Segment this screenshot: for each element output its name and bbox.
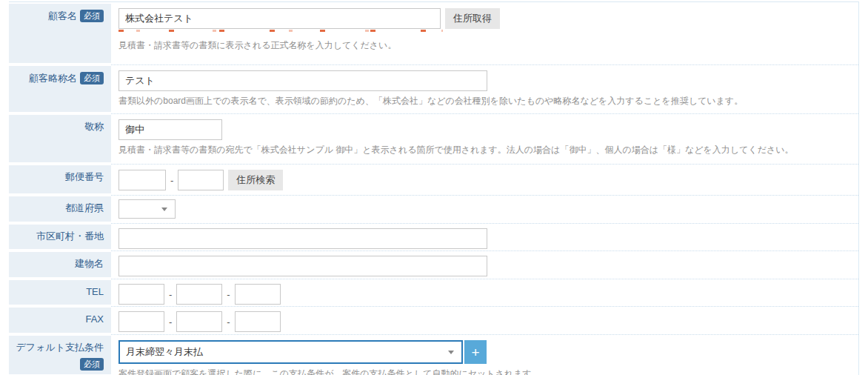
tel-label: TEL xyxy=(86,286,104,297)
honorific-label-cell: 敬称 xyxy=(9,113,111,164)
form-row-tel: TEL - - xyxy=(9,279,858,306)
postal-code-label: 郵便番号 xyxy=(65,171,104,182)
customer-short-name-input[interactable] xyxy=(118,70,487,91)
postal-code-input-1[interactable] xyxy=(118,170,166,190)
form-row-default-payment-terms: デフォルト支払条件 必須 月末締翌々月末払 + 案件登録画面で顧客を選択した際に… xyxy=(9,334,858,375)
required-badge: 必須 xyxy=(80,10,104,22)
fax-separator-2: - xyxy=(227,316,230,328)
chevron-down-icon xyxy=(161,208,167,211)
customer-short-name-label: 顧客略称名 xyxy=(29,73,77,84)
payment-terms-selected-value: 月末締翌々月末払 xyxy=(126,345,203,359)
postal-code-content: - 住所検索 xyxy=(111,164,858,195)
building-name-label: 建物名 xyxy=(75,258,104,269)
customer-name-content: 住所取得 見積書・請求書等の書類に表示される正式名称を入力してください。 xyxy=(111,2,858,64)
prefecture-label-cell: 都道府県 xyxy=(9,195,111,223)
postal-code-label-cell: 郵便番号 xyxy=(9,164,111,195)
city-address-content xyxy=(111,223,858,250)
search-address-button[interactable]: 住所検索 xyxy=(228,170,283,190)
city-address-label-cell: 市区町村・番地 xyxy=(9,223,111,250)
fax-label: FAX xyxy=(85,313,104,325)
customer-short-name-label-cell: 顧客略称名必須 xyxy=(9,64,111,113)
fax-input-1[interactable] xyxy=(118,311,164,332)
honorific-label: 敬称 xyxy=(84,121,104,132)
tel-input-1[interactable] xyxy=(118,284,164,305)
postal-code-separator: - xyxy=(170,175,173,186)
customer-form: 顧客名必須 住所取得 見積書・請求書等の書類に表示される正式名称を入力してくださ… xyxy=(9,1,859,375)
form-row-postal-code: 郵便番号 - 住所検索 xyxy=(9,164,858,195)
payment-terms-help-text: 案件登録画面で顧客を選択した際に、この支払条件が、案件の支払条件として自動的にセ… xyxy=(118,368,858,375)
required-badge: 必須 xyxy=(80,358,104,371)
chevron-down-icon xyxy=(448,351,454,354)
payment-terms-select[interactable]: 月末締翌々月末払 xyxy=(118,340,463,364)
payment-terms-content: 月末締翌々月末払 + 案件登録画面で顧客を選択した際に、この支払条件が、案件の支… xyxy=(111,334,858,375)
fax-label-cell: FAX xyxy=(9,306,111,334)
tel-separator-2: - xyxy=(227,289,230,300)
form-row-fax: FAX - - xyxy=(9,306,858,334)
tel-input-3[interactable] xyxy=(235,284,281,305)
tel-label-cell: TEL xyxy=(9,279,111,306)
add-payment-terms-button[interactable]: + xyxy=(464,340,487,364)
required-badge: 必須 xyxy=(80,72,104,84)
prefecture-content xyxy=(111,195,858,223)
payment-terms-label-cell: デフォルト支払条件 必須 xyxy=(9,334,111,375)
honorific-help-text: 見積書・請求書等の書類の宛先で「株式会社サンプル 御中」と表示される箇所で使用さ… xyxy=(118,144,858,156)
city-address-input[interactable] xyxy=(118,228,487,249)
building-name-content xyxy=(111,250,858,279)
payment-terms-label: デフォルト支払条件 xyxy=(9,342,104,354)
tel-input-2[interactable] xyxy=(176,284,222,305)
building-name-label-cell: 建物名 xyxy=(9,250,111,279)
fetch-address-button[interactable]: 住所取得 xyxy=(445,8,500,29)
form-row-building-name: 建物名 xyxy=(9,250,858,279)
city-address-label: 市区町村・番地 xyxy=(36,230,104,242)
honorific-content: 見積書・請求書等の書類の宛先で「株式会社サンプル 御中」と表示される箇所で使用さ… xyxy=(111,113,858,164)
fax-input-2[interactable] xyxy=(176,311,222,332)
prefecture-label: 都道府県 xyxy=(65,202,104,213)
customer-name-label-cell: 顧客名必須 xyxy=(9,2,111,64)
fax-content: - - xyxy=(111,306,858,334)
form-row-customer-name: 顧客名必須 住所取得 見積書・請求書等の書類に表示される正式名称を入力してくださ… xyxy=(9,2,858,64)
honorific-input[interactable] xyxy=(118,119,222,140)
form-row-prefecture: 都道府県 xyxy=(9,195,858,223)
prefecture-select[interactable] xyxy=(118,199,176,219)
customer-name-label: 顧客名 xyxy=(48,10,77,21)
form-row-honorific: 敬称 見積書・請求書等の書類の宛先で「株式会社サンプル 御中」と表示される箇所で… xyxy=(9,113,858,164)
form-row-city-address: 市区町村・番地 xyxy=(9,223,858,250)
tel-content: - - xyxy=(111,279,858,306)
fax-separator-1: - xyxy=(169,316,172,328)
form-row-customer-short-name: 顧客略称名必須 書類以外のboard画面上での表示名で、表示領域の節約のため、「… xyxy=(9,64,858,113)
customer-name-input[interactable] xyxy=(118,8,441,29)
customer-name-help-text: 見積書・請求書等の書類に表示される正式名称を入力してください。 xyxy=(118,39,858,52)
customer-short-name-content: 書類以外のboard画面上での表示名で、表示領域の節約のため、「株式会社」などの… xyxy=(111,64,858,113)
tel-separator-1: - xyxy=(169,289,172,300)
building-name-input[interactable] xyxy=(118,256,487,276)
fax-input-3[interactable] xyxy=(235,311,281,332)
clipped-text-artifact xyxy=(118,30,443,32)
postal-code-input-2[interactable] xyxy=(178,170,224,190)
customer-short-name-help-text: 書類以外のboard画面上での表示名で、表示領域の節約のため、「株式会社」などの… xyxy=(118,95,858,107)
